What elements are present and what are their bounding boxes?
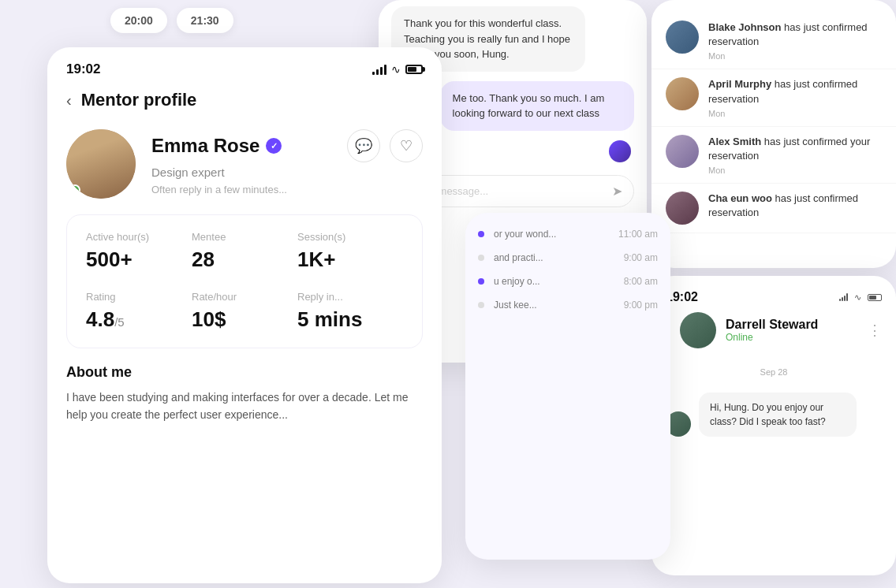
stat-label: Rating xyxy=(86,291,192,303)
schedule-item-3: u enjoy o... 8:00 am xyxy=(478,276,658,287)
date-separator: Sep 28 xyxy=(666,367,882,377)
mentor-actions: 💬 ♡ xyxy=(347,129,423,162)
notif-avatar-blake xyxy=(666,20,699,54)
chat-detail-status-icons: ∿ xyxy=(839,292,882,303)
stat-rate: Rate/hour 10$ xyxy=(192,291,297,332)
stat-label: Session(s) xyxy=(297,231,403,243)
notif-item-4[interactable]: Cha eun woo has just confirmed reservati… xyxy=(651,184,896,233)
notif-item-1[interactable]: Blake Johnson has just confirmed reserva… xyxy=(651,13,896,69)
stat-label: Active hour(s) xyxy=(86,231,192,243)
mentor-avatar xyxy=(66,129,136,199)
notif-text: Cha eun woo has just confirmed reservati… xyxy=(708,192,882,220)
notif-text: Alex Smith has just confirmed your reser… xyxy=(708,135,882,163)
battery-icon xyxy=(405,65,423,74)
about-text: I have been studying and making interfac… xyxy=(66,389,423,424)
stat-label: Reply in... xyxy=(297,291,403,303)
stats-box: Active hour(s) 500+ Mentee 28 Session(s)… xyxy=(66,214,423,348)
person-status: Online xyxy=(726,332,818,343)
detail-message-bubble: Hi, Hung. Do you enjoy our class? Did I … xyxy=(699,393,857,437)
notif-item-3[interactable]: Alex Smith has just confirmed your reser… xyxy=(651,127,896,184)
notif-time: Mon xyxy=(708,109,882,118)
mentor-details: Emma Rose ✓ 💬 ♡ Design expert Often repl… xyxy=(151,129,423,195)
notifications-list: Blake Johnson has just confirmed reserva… xyxy=(651,0,896,246)
schedule-card: or your wond... 11:00 am and practi... 9… xyxy=(465,213,670,560)
stat-value: 4.8/5 xyxy=(86,307,192,332)
more-options-icon[interactable]: ⋮ xyxy=(868,322,882,339)
verified-badge-icon: ✓ xyxy=(266,138,282,154)
back-arrow-icon[interactable]: ‹ xyxy=(66,91,72,110)
stat-value: 10$ xyxy=(192,307,297,332)
notif-content: Alex Smith has just confirmed your reser… xyxy=(708,135,882,175)
mentor-profile-info: Emma Rose ✓ 💬 ♡ Design expert Often repl… xyxy=(47,123,442,214)
chat-detail-person: ‹ Darrell Steward Online ⋮ xyxy=(651,312,896,361)
schedule-item-4: Just kee... 9:00 pm xyxy=(478,300,658,311)
stat-rating: Rating 4.8/5 xyxy=(86,291,192,332)
mentor-reply-time: Often reply in a few minutes... xyxy=(151,184,423,195)
schedule-dot xyxy=(478,231,484,237)
schedule-dot xyxy=(478,278,484,285)
sender-avatar xyxy=(609,140,631,162)
mentor-name-row: Emma Rose ✓ 💬 ♡ xyxy=(151,129,423,162)
wifi-icon: ∿ xyxy=(391,63,401,76)
message-button[interactable]: 💬 xyxy=(347,129,380,162)
stat-label: Rate/hour xyxy=(192,291,297,303)
time-pill-2[interactable]: 21:30 xyxy=(177,8,233,33)
send-button[interactable]: ➤ xyxy=(612,184,622,199)
chat-detail-header: 19:02 ∿ xyxy=(651,276,896,312)
detail-message-row: Hi, Hung. Do you enjoy our class? Did I … xyxy=(666,393,882,437)
stat-label: Mentee xyxy=(192,231,297,243)
back-nav: ‹ Mentor profile xyxy=(47,84,442,123)
notif-avatar-alex xyxy=(666,135,699,168)
stat-active-hours: Active hour(s) 500+ xyxy=(86,231,192,272)
stat-value: 1K+ xyxy=(297,247,403,272)
schedule-item-1: or your wond... 11:00 am xyxy=(478,229,658,240)
notifications-card: Blake Johnson has just confirmed reserva… xyxy=(651,0,896,268)
signal-icon xyxy=(372,64,386,75)
notif-time: Mon xyxy=(708,51,882,61)
chat-message-sent: Me too. Thank you so much. I am looking … xyxy=(440,81,634,131)
stat-mentee: Mentee 28 xyxy=(192,231,297,272)
notif-time: Mon xyxy=(708,166,882,175)
chat-detail-card: 19:02 ∿ ‹ Darrell Steward Online ⋮ Sep 2… xyxy=(651,276,896,575)
favorite-button[interactable]: ♡ xyxy=(390,129,423,162)
schedule-dot xyxy=(478,255,484,261)
notif-content: Cha eun woo has just confirmed reservati… xyxy=(708,192,882,222)
about-title: About me xyxy=(66,364,423,381)
schedule-time: 8:00 am xyxy=(624,276,658,287)
status-icons: ∿ xyxy=(372,63,423,76)
notif-text: April Murphy has just confirmed reservat… xyxy=(708,77,882,106)
schedule-text: Just kee... xyxy=(484,300,624,311)
schedule-text: u enjoy o... xyxy=(484,276,624,287)
notif-avatar-april xyxy=(666,77,699,110)
chat-detail-time: 19:02 xyxy=(666,290,698,304)
schedule-time: 9:00 am xyxy=(624,252,658,263)
mentor-profile-title: Mentor profile xyxy=(81,90,197,110)
chat-detail-messages: Sep 28 Hi, Hung. Do you enjoy our class?… xyxy=(651,361,896,443)
online-status-dot xyxy=(69,184,80,195)
notif-item-2[interactable]: April Murphy has just confirmed reservat… xyxy=(651,69,896,126)
schedule-text: and practi... xyxy=(484,252,624,263)
darrell-avatar xyxy=(680,312,716,348)
mentor-name: Emma Rose ✓ xyxy=(151,135,282,157)
schedule-text: or your wond... xyxy=(484,229,618,240)
schedule-time: 9:00 pm xyxy=(624,300,658,311)
notif-text: Blake Johnson has just confirmed reserva… xyxy=(708,20,882,49)
time-pill-1[interactable]: 20:00 xyxy=(110,8,167,33)
schedule-dot xyxy=(478,302,484,308)
notif-content: April Murphy has just confirmed reservat… xyxy=(708,77,882,117)
person-name: Darrell Steward xyxy=(726,318,818,332)
mentor-profile-card: 19:02 ∿ ‹ Mentor profile Emma Rose ✓ xyxy=(47,47,442,583)
wifi-icon-small: ∿ xyxy=(854,292,861,303)
stat-value: 500+ xyxy=(86,247,192,272)
schedule-items: or your wond... 11:00 am and practi... 9… xyxy=(465,213,670,326)
notif-content: Blake Johnson has just confirmed reserva… xyxy=(708,20,882,61)
stat-value: 28 xyxy=(192,247,297,272)
person-info: Darrell Steward Online xyxy=(726,318,818,343)
battery-icon-small xyxy=(868,294,882,301)
mentor-role: Design expert xyxy=(151,166,423,179)
stat-reply: Reply in... 5 mins xyxy=(297,291,403,332)
time-pills: 20:00 21:30 xyxy=(110,8,233,33)
schedule-item-2: and practi... 9:00 am xyxy=(478,252,658,263)
about-section: About me I have been studying and making… xyxy=(47,364,442,424)
notif-avatar-cha xyxy=(666,192,699,225)
